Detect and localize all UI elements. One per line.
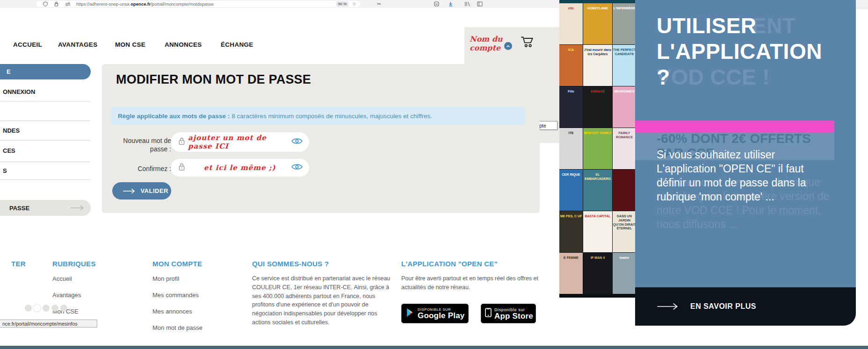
- eye-icon[interactable]: [291, 137, 303, 147]
- new-password-input[interactable]: ajouter un mot de passe ICI: [171, 132, 309, 152]
- footer-compte-title: MON COMPTE: [152, 260, 202, 268]
- arrow-right-icon: [656, 302, 680, 311]
- zoom-level-badge[interactable]: 90 %: [336, 1, 348, 7]
- footer-qui-text: Ce service est distribué en partenariat …: [252, 274, 393, 327]
- shield-icon[interactable]: [43, 1, 48, 7]
- carousel-dot[interactable]: [60, 305, 67, 312]
- movie-poster[interactable]: ette: [559, 3, 583, 44]
- footer-link[interactable]: Mes annonces: [152, 308, 203, 315]
- ghost-offer-line1: -60% DONT 2€ OFFERTS: [657, 131, 811, 146]
- permissions-icon[interactable]: [65, 2, 71, 7]
- movie-poster[interactable]: THE PERFECT CANDIDATE: [613, 45, 636, 86]
- sidebar-item-mot-de-passe[interactable]: PASSE: [0, 200, 91, 216]
- carousel-dot[interactable]: [51, 305, 58, 312]
- rule-label: Règle applicable aux mots de passe :: [118, 113, 230, 120]
- promo-title: UTILISER L'APPLICATION ?: [657, 13, 822, 90]
- nav-annonces[interactable]: ANNONCES: [165, 41, 202, 48]
- cta-label: EN SAVOIR PLUS: [690, 302, 756, 311]
- footer-qui-title: QUI SOMMES-NOUS ?: [252, 260, 329, 268]
- url-text[interactable]: https://adherent-snep-unsa.opence.fr/por…: [76, 1, 214, 7]
- badge-line1: Disponible sur: [494, 307, 533, 312]
- movie-poster[interactable]: ICA: [559, 45, 583, 86]
- sidebar-item-connexion[interactable]: ONNEXION: [3, 88, 92, 95]
- footer-app-title: L'APPLICATION "OPEN CE": [401, 260, 498, 268]
- cart-icon[interactable]: [521, 36, 535, 50]
- movie-poster[interactable]: BASTA CAPITAL: [583, 211, 612, 252]
- sidebar-active-top-pill[interactable]: E: [0, 64, 91, 79]
- nav-accueil[interactable]: ACCUEIL: [13, 41, 42, 48]
- promo-body-line: rubrique 'mon compte' ...: [657, 190, 825, 204]
- movie-poster[interactable]: madre: [613, 253, 636, 294]
- movie-poster[interactable]: E FEMME: [559, 253, 583, 294]
- sidebar-toggle-icon[interactable]: [477, 1, 483, 7]
- movie-poster[interactable]: IP MAN 4: [583, 253, 612, 294]
- carousel-dot[interactable]: [43, 305, 50, 312]
- screenshot-extension-icon[interactable]: ✂: [377, 1, 381, 7]
- download-icon[interactable]: [448, 1, 453, 7]
- rule-text: 8 caractères minimum composés de minuscu…: [231, 113, 432, 120]
- pocket-icon[interactable]: [434, 1, 439, 7]
- url-bar[interactable]: https://adherent-snep-unsa.opence.fr/por…: [36, 1, 360, 7]
- account-name-trigger[interactable]: Nom du compte: [470, 35, 503, 52]
- arrow-right-icon: [123, 188, 136, 194]
- eye-icon[interactable]: [291, 163, 303, 172]
- badge-line2: App Store: [494, 312, 533, 320]
- footer-link[interactable]: Avantages: [52, 292, 81, 299]
- footer-link[interactable]: Mon mot de passe: [152, 324, 203, 331]
- movie-poster[interactable]: MIGNONNES: [613, 86, 636, 128]
- lock-icon: [178, 163, 185, 173]
- page-title: MODIFIER MON MOT DE PASSE: [116, 72, 311, 87]
- new-password-hint: ajouter un mot de passe ICI: [188, 134, 291, 150]
- nav-mon-cse[interactable]: MON CSE: [115, 41, 145, 48]
- footer-partial-heading: TER: [11, 260, 26, 268]
- movie-poster[interactable]: BIGFOOT FAMILY: [583, 128, 612, 169]
- footer-link[interactable]: Accueil: [52, 275, 81, 282]
- divider: [0, 162, 90, 162]
- chevron-up-icon[interactable]: [504, 42, 512, 50]
- google-play-badge[interactable]: DISPONIBLE SUR Google Play: [401, 304, 469, 323]
- movie-poster[interactable]: FAMILY ROMANCE: [613, 128, 636, 169]
- nav-echange[interactable]: ÉCHANGE: [221, 41, 253, 48]
- sidebar-item-commandes[interactable]: NDES: [3, 127, 92, 134]
- confirm-password-label: Confirmez :: [107, 164, 171, 173]
- status-link-preview: nce.fr/portail/moncompte/mesinfos: [0, 320, 97, 328]
- nav-avantages[interactable]: AVANTAGES: [58, 41, 97, 48]
- promo-title-line1: UTILISER: [657, 13, 822, 39]
- new-password-label: Nouveau mot de passe :: [107, 136, 171, 153]
- movie-poster[interactable]: ENRAGÉ: [583, 86, 612, 128]
- footer-link[interactable]: Mon profil: [152, 275, 203, 282]
- movie-poster[interactable]: Fille: [559, 86, 583, 128]
- movie-poster[interactable]: DANS UN JARDIN QU'ON DIRAIT ÉTERNEL: [613, 211, 636, 252]
- app-store-badge[interactable]: Disponible sur App Store: [481, 304, 536, 323]
- confirm-password-input[interactable]: et ici le même ;): [171, 159, 309, 177]
- movie-poster[interactable]: ITE: [559, 128, 583, 169]
- promo-body-line: définir un mot de passe dans la: [657, 176, 825, 190]
- carousel-dot[interactable]: [25, 305, 32, 312]
- promo-body-line: Si vous souhaitez utiliser: [657, 148, 825, 162]
- divider: [0, 179, 90, 180]
- movie-poster[interactable]: HONEYLAND: [583, 3, 612, 44]
- movie-poster[interactable]: EL EMBARCADERO: [583, 170, 612, 211]
- movie-poster[interactable]: J'irai mourir dans les CarpAtes: [583, 45, 612, 86]
- movie-poster[interactable]: [613, 170, 636, 211]
- valider-button[interactable]: VALIDER: [112, 182, 171, 199]
- library-icon[interactable]: [464, 1, 470, 7]
- bookmark-star-icon[interactable]: ☆: [352, 2, 356, 7]
- movie-poster[interactable]: L'INFIRMIÈRE: [613, 3, 636, 44]
- en-savoir-plus-button[interactable]: EN SAVOIR PLUS: [635, 287, 856, 326]
- confirm-password-hint: et ici le même ;): [204, 164, 276, 172]
- lock-icon: [178, 137, 185, 147]
- promo-title-line3: ?: [657, 64, 822, 90]
- divider: [0, 101, 90, 101]
- promo-title-line2: L'APPLICATION: [657, 39, 822, 64]
- footer-link[interactable]: Mes commandes: [152, 292, 203, 299]
- sidebar-item-annonces[interactable]: CES: [3, 147, 92, 154]
- poster-top-strip: [559, 0, 636, 3]
- movie-poster[interactable]: ME PES, C UF: [559, 211, 583, 252]
- sidebar-item-partial[interactable]: S: [3, 167, 92, 174]
- screen: https://adherent-snep-unsa.opence.fr/por…: [0, 0, 868, 349]
- divider: [0, 121, 90, 121]
- movie-poster[interactable]: CER RIQUE: [559, 170, 583, 211]
- lock-icon[interactable]: [54, 1, 58, 7]
- carousel-dot-active[interactable]: [34, 305, 41, 312]
